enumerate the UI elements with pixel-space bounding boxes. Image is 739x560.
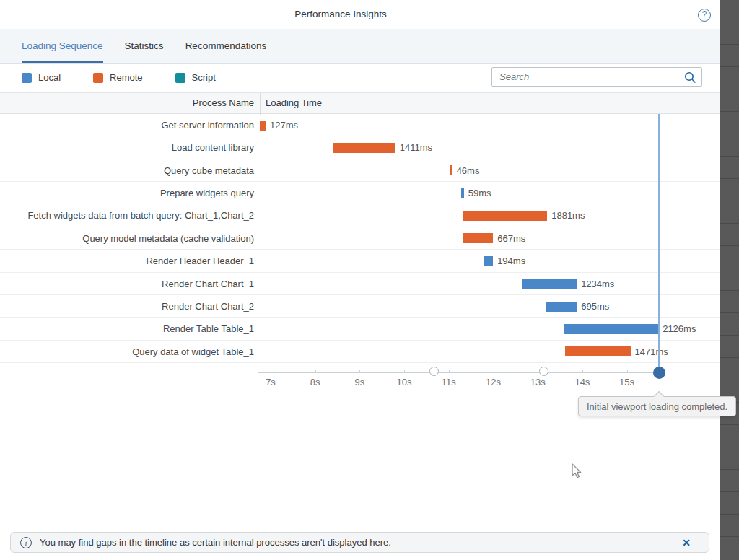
duration-label: 2126ms [663, 318, 696, 340]
script-swatch [175, 73, 185, 83]
gantt-row: Load content library1411ms [0, 136, 720, 159]
duration-label: 1234ms [581, 273, 614, 295]
performance-insights-dialog: Performance Insights ? Loading Sequence … [0, 0, 739, 560]
search-box [491, 67, 702, 87]
process-name-label: Query data of widget Table_1 [0, 341, 254, 363]
axis-tick [449, 370, 450, 373]
duration-label: 1411ms [400, 136, 432, 159]
background-app-strip [720, 0, 739, 560]
gantt-row: Query data of widget Table_11471ms [0, 341, 720, 363]
axis-tick [538, 370, 538, 373]
process-name-label: Render Chart Chart_2 [0, 295, 254, 318]
axis-line [258, 372, 654, 373]
axis-tick [315, 370, 316, 373]
tab-bar: Loading Sequence Statistics Recommendati… [0, 29, 720, 64]
duration-label: 59ms [468, 182, 491, 204]
marker-tooltip: Initial viewport loading completed. [578, 396, 736, 416]
gantt-row: Render Table Table_12126ms [0, 318, 720, 340]
tooltip-text: Initial viewport loading completed. [587, 401, 727, 412]
gantt-bar[interactable] [463, 233, 493, 243]
dialog-title: Performance Insights [0, 0, 681, 29]
axis-tick-label: 15s [619, 377, 634, 388]
timeline-marker-filled[interactable] [653, 367, 665, 379]
search-icon[interactable] [684, 71, 696, 84]
tooltip-arrow [654, 391, 664, 401]
info-icon: i [20, 537, 32, 548]
dialog-header: Performance Insights ? [0, 0, 720, 29]
duration-label: 1881ms [551, 204, 585, 227]
gantt-bar[interactable] [463, 211, 547, 221]
gantt-bar[interactable] [546, 302, 577, 312]
axis-tick-label: 13s [530, 377, 546, 388]
axis-tick-label: 9s [355, 377, 365, 388]
gantt-bar[interactable] [461, 188, 464, 198]
duration-label: 194ms [497, 250, 525, 272]
legend-label-script: Script [192, 72, 216, 83]
duration-label: 695ms [581, 295, 609, 318]
tab-loading-sequence[interactable]: Loading Sequence [22, 29, 103, 63]
axis-tick-label: 12s [486, 377, 501, 388]
legend-item-remote: Remote [93, 72, 143, 83]
axis-tick [494, 370, 494, 373]
help-icon[interactable]: ? [698, 9, 711, 22]
column-header-process-name: Process Name [0, 93, 254, 115]
axis-tick-label: 7s [266, 377, 276, 388]
process-name-label: Prepare widgets query [0, 182, 254, 204]
legend-item-script: Script [175, 72, 216, 83]
process-name-label: Load content library [0, 136, 254, 159]
duration-label: 667ms [497, 227, 525, 250]
column-divider [260, 93, 261, 115]
process-name-label: Render Header Header_1 [0, 250, 254, 272]
table-header: Process Name Loading Time [0, 92, 720, 114]
process-name-label: Render Chart Chart_1 [0, 273, 254, 295]
gantt-row: Render Header Header_1194ms [0, 250, 720, 272]
close-icon[interactable]: ✕ [682, 537, 699, 548]
axis-tick [359, 370, 360, 373]
axis-tick [627, 370, 628, 373]
tab-recommendations[interactable]: Recommendations [185, 29, 267, 63]
axis-tick [582, 370, 583, 373]
mouse-cursor [572, 463, 585, 481]
process-name-label: Render Table Table_1 [0, 318, 254, 340]
duration-label: 1471ms [635, 341, 668, 363]
duration-label: 46ms [457, 159, 480, 182]
gantt-chart: Get server information127msLoad content … [0, 114, 720, 363]
gantt-row: Render Chart Chart_2695ms [0, 295, 720, 318]
legend-item-local: Local [22, 72, 61, 83]
gantt-bar[interactable] [450, 165, 452, 175]
axis-tick [404, 370, 405, 373]
process-name-label: Get server information [0, 114, 254, 136]
axis-tick-label: 14s [574, 377, 590, 388]
legend-label-remote: Remote [110, 72, 143, 83]
timeline-marker[interactable] [429, 367, 439, 376]
gantt-row: Prepare widgets query59ms [0, 182, 720, 204]
axis-tick [271, 370, 271, 373]
gantt-bar[interactable] [484, 256, 493, 266]
duration-label: 127ms [270, 114, 298, 136]
gantt-bar[interactable] [565, 346, 631, 356]
process-name-label: Fetch widgets data from batch query: Cha… [0, 204, 254, 227]
process-name-label: Query cube metadata [0, 159, 254, 182]
tab-statistics[interactable]: Statistics [125, 29, 164, 63]
gantt-bar[interactable] [260, 121, 266, 131]
remote-swatch [93, 73, 103, 83]
gantt-row: Get server information127ms [0, 114, 720, 136]
axis-tick-label: 8s [310, 377, 320, 388]
info-bar-text: You may find gaps in the timeline as cer… [40, 537, 391, 548]
info-bar: i You may find gaps in the timeline as c… [10, 532, 709, 553]
gantt-bar[interactable] [333, 143, 395, 153]
gantt-row: Fetch widgets data from batch query: Cha… [0, 204, 720, 227]
gantt-bar[interactable] [564, 324, 658, 334]
local-swatch [22, 73, 32, 83]
timeline-current-line [658, 114, 660, 372]
gantt-row: Query model metadata (cache validation)6… [0, 227, 720, 250]
gantt-row: Render Chart Chart_11234ms [0, 273, 720, 295]
search-input[interactable] [492, 68, 681, 86]
timeline-marker[interactable] [539, 367, 548, 376]
column-header-loading-time: Loading Time [266, 93, 322, 115]
axis-tick-label: 11s [442, 377, 456, 388]
axis-tick-label: 10s [397, 377, 412, 388]
gantt-row: Query cube metadata46ms [0, 159, 720, 182]
process-name-label: Query model metadata (cache validation) [0, 227, 254, 250]
gantt-bar[interactable] [522, 279, 577, 289]
